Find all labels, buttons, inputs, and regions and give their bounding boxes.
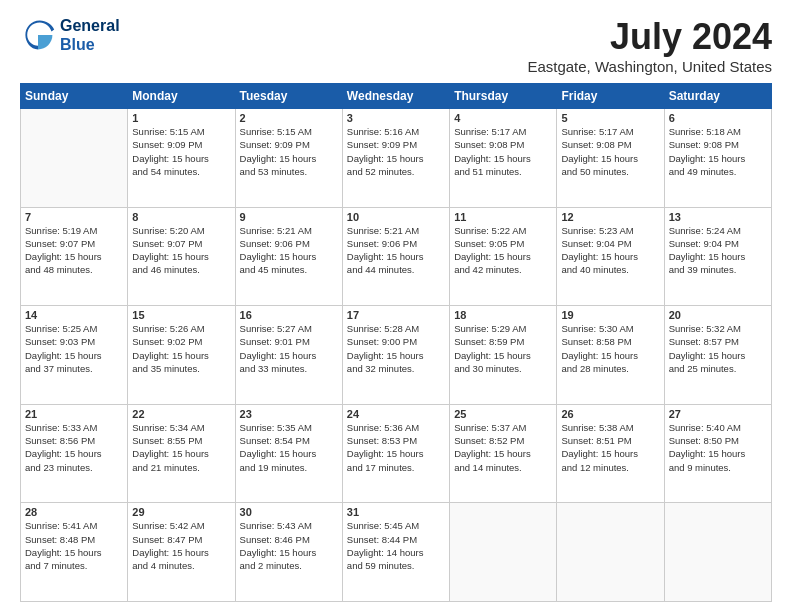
calendar-cell: 9Sunrise: 5:21 AMSunset: 9:06 PMDaylight…	[235, 207, 342, 306]
header: General Blue July 2024 Eastgate, Washing…	[20, 16, 772, 75]
day-info: Sunrise: 5:17 AMSunset: 9:08 PMDaylight:…	[561, 125, 659, 178]
day-number: 24	[347, 408, 445, 420]
calendar-cell	[664, 503, 771, 602]
calendar-cell: 3Sunrise: 5:16 AMSunset: 9:09 PMDaylight…	[342, 109, 449, 208]
calendar-cell: 8Sunrise: 5:20 AMSunset: 9:07 PMDaylight…	[128, 207, 235, 306]
calendar-cell: 22Sunrise: 5:34 AMSunset: 8:55 PMDayligh…	[128, 404, 235, 503]
calendar-week-row: 21Sunrise: 5:33 AMSunset: 8:56 PMDayligh…	[21, 404, 772, 503]
calendar-cell: 11Sunrise: 5:22 AMSunset: 9:05 PMDayligh…	[450, 207, 557, 306]
day-info: Sunrise: 5:26 AMSunset: 9:02 PMDaylight:…	[132, 322, 230, 375]
calendar-cell: 13Sunrise: 5:24 AMSunset: 9:04 PMDayligh…	[664, 207, 771, 306]
day-info: Sunrise: 5:25 AMSunset: 9:03 PMDaylight:…	[25, 322, 123, 375]
day-number: 12	[561, 211, 659, 223]
day-number: 15	[132, 309, 230, 321]
day-number: 10	[347, 211, 445, 223]
calendar-cell: 15Sunrise: 5:26 AMSunset: 9:02 PMDayligh…	[128, 306, 235, 405]
day-info: Sunrise: 5:19 AMSunset: 9:07 PMDaylight:…	[25, 224, 123, 277]
calendar-cell: 23Sunrise: 5:35 AMSunset: 8:54 PMDayligh…	[235, 404, 342, 503]
day-info: Sunrise: 5:15 AMSunset: 9:09 PMDaylight:…	[240, 125, 338, 178]
day-info: Sunrise: 5:15 AMSunset: 9:09 PMDaylight:…	[132, 125, 230, 178]
day-info: Sunrise: 5:24 AMSunset: 9:04 PMDaylight:…	[669, 224, 767, 277]
day-number: 18	[454, 309, 552, 321]
main-title: July 2024	[527, 16, 772, 58]
day-number: 11	[454, 211, 552, 223]
day-info: Sunrise: 5:22 AMSunset: 9:05 PMDaylight:…	[454, 224, 552, 277]
day-number: 23	[240, 408, 338, 420]
calendar-table: SundayMondayTuesdayWednesdayThursdayFrid…	[20, 83, 772, 602]
subtitle: Eastgate, Washington, United States	[527, 58, 772, 75]
calendar-cell: 16Sunrise: 5:27 AMSunset: 9:01 PMDayligh…	[235, 306, 342, 405]
day-info: Sunrise: 5:16 AMSunset: 9:09 PMDaylight:…	[347, 125, 445, 178]
day-info: Sunrise: 5:17 AMSunset: 9:08 PMDaylight:…	[454, 125, 552, 178]
calendar-cell: 24Sunrise: 5:36 AMSunset: 8:53 PMDayligh…	[342, 404, 449, 503]
day-number: 29	[132, 506, 230, 518]
calendar-cell: 21Sunrise: 5:33 AMSunset: 8:56 PMDayligh…	[21, 404, 128, 503]
calendar-cell: 29Sunrise: 5:42 AMSunset: 8:47 PMDayligh…	[128, 503, 235, 602]
day-info: Sunrise: 5:38 AMSunset: 8:51 PMDaylight:…	[561, 421, 659, 474]
calendar-cell: 26Sunrise: 5:38 AMSunset: 8:51 PMDayligh…	[557, 404, 664, 503]
day-number: 5	[561, 112, 659, 124]
day-info: Sunrise: 5:29 AMSunset: 8:59 PMDaylight:…	[454, 322, 552, 375]
day-info: Sunrise: 5:40 AMSunset: 8:50 PMDaylight:…	[669, 421, 767, 474]
day-number: 22	[132, 408, 230, 420]
day-number: 28	[25, 506, 123, 518]
day-number: 4	[454, 112, 552, 124]
day-number: 17	[347, 309, 445, 321]
calendar-cell: 27Sunrise: 5:40 AMSunset: 8:50 PMDayligh…	[664, 404, 771, 503]
day-info: Sunrise: 5:21 AMSunset: 9:06 PMDaylight:…	[347, 224, 445, 277]
day-info: Sunrise: 5:27 AMSunset: 9:01 PMDaylight:…	[240, 322, 338, 375]
day-info: Sunrise: 5:43 AMSunset: 8:46 PMDaylight:…	[240, 519, 338, 572]
day-info: Sunrise: 5:33 AMSunset: 8:56 PMDaylight:…	[25, 421, 123, 474]
calendar-cell: 18Sunrise: 5:29 AMSunset: 8:59 PMDayligh…	[450, 306, 557, 405]
day-number: 1	[132, 112, 230, 124]
weekday-header: Tuesday	[235, 84, 342, 109]
calendar-cell: 2Sunrise: 5:15 AMSunset: 9:09 PMDaylight…	[235, 109, 342, 208]
calendar-cell: 12Sunrise: 5:23 AMSunset: 9:04 PMDayligh…	[557, 207, 664, 306]
day-info: Sunrise: 5:21 AMSunset: 9:06 PMDaylight:…	[240, 224, 338, 277]
day-info: Sunrise: 5:42 AMSunset: 8:47 PMDaylight:…	[132, 519, 230, 572]
day-number: 14	[25, 309, 123, 321]
calendar-cell: 31Sunrise: 5:45 AMSunset: 8:44 PMDayligh…	[342, 503, 449, 602]
calendar-cell: 5Sunrise: 5:17 AMSunset: 9:08 PMDaylight…	[557, 109, 664, 208]
calendar-cell	[450, 503, 557, 602]
day-info: Sunrise: 5:30 AMSunset: 8:58 PMDaylight:…	[561, 322, 659, 375]
day-number: 7	[25, 211, 123, 223]
day-number: 26	[561, 408, 659, 420]
calendar-cell: 30Sunrise: 5:43 AMSunset: 8:46 PMDayligh…	[235, 503, 342, 602]
weekday-header: Thursday	[450, 84, 557, 109]
title-block: July 2024 Eastgate, Washington, United S…	[527, 16, 772, 75]
day-number: 19	[561, 309, 659, 321]
calendar-week-row: 7Sunrise: 5:19 AMSunset: 9:07 PMDaylight…	[21, 207, 772, 306]
calendar-header-row: SundayMondayTuesdayWednesdayThursdayFrid…	[21, 84, 772, 109]
day-number: 25	[454, 408, 552, 420]
calendar-cell: 1Sunrise: 5:15 AMSunset: 9:09 PMDaylight…	[128, 109, 235, 208]
day-number: 20	[669, 309, 767, 321]
day-info: Sunrise: 5:41 AMSunset: 8:48 PMDaylight:…	[25, 519, 123, 572]
day-number: 2	[240, 112, 338, 124]
day-info: Sunrise: 5:35 AMSunset: 8:54 PMDaylight:…	[240, 421, 338, 474]
weekday-header: Saturday	[664, 84, 771, 109]
day-info: Sunrise: 5:36 AMSunset: 8:53 PMDaylight:…	[347, 421, 445, 474]
logo-text: General Blue	[60, 16, 120, 54]
calendar-cell: 25Sunrise: 5:37 AMSunset: 8:52 PMDayligh…	[450, 404, 557, 503]
day-number: 27	[669, 408, 767, 420]
calendar-cell: 6Sunrise: 5:18 AMSunset: 9:08 PMDaylight…	[664, 109, 771, 208]
calendar-cell: 28Sunrise: 5:41 AMSunset: 8:48 PMDayligh…	[21, 503, 128, 602]
day-number: 13	[669, 211, 767, 223]
calendar-cell: 14Sunrise: 5:25 AMSunset: 9:03 PMDayligh…	[21, 306, 128, 405]
page: General Blue July 2024 Eastgate, Washing…	[0, 0, 792, 612]
day-number: 9	[240, 211, 338, 223]
calendar-cell	[557, 503, 664, 602]
logo-icon	[20, 17, 56, 53]
weekday-header: Monday	[128, 84, 235, 109]
calendar-cell	[21, 109, 128, 208]
day-info: Sunrise: 5:23 AMSunset: 9:04 PMDaylight:…	[561, 224, 659, 277]
day-info: Sunrise: 5:28 AMSunset: 9:00 PMDaylight:…	[347, 322, 445, 375]
day-number: 16	[240, 309, 338, 321]
day-info: Sunrise: 5:37 AMSunset: 8:52 PMDaylight:…	[454, 421, 552, 474]
calendar-week-row: 1Sunrise: 5:15 AMSunset: 9:09 PMDaylight…	[21, 109, 772, 208]
day-number: 30	[240, 506, 338, 518]
day-info: Sunrise: 5:45 AMSunset: 8:44 PMDaylight:…	[347, 519, 445, 572]
day-info: Sunrise: 5:20 AMSunset: 9:07 PMDaylight:…	[132, 224, 230, 277]
calendar-week-row: 14Sunrise: 5:25 AMSunset: 9:03 PMDayligh…	[21, 306, 772, 405]
